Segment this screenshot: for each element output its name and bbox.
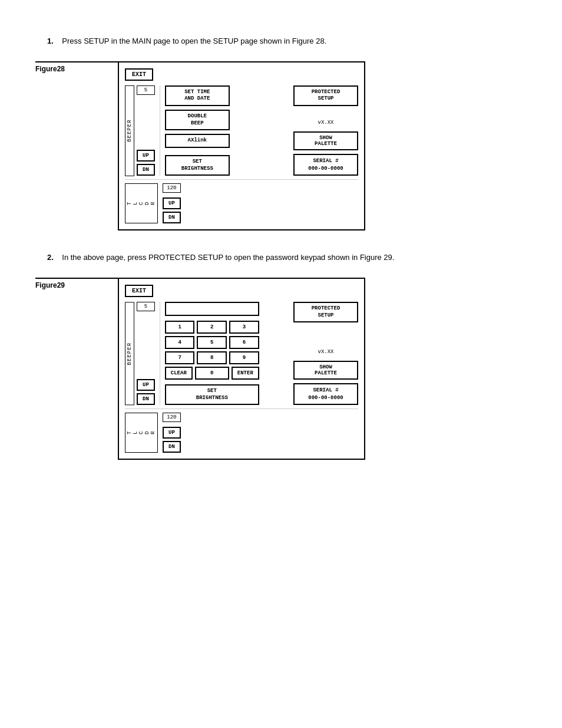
timer-num-29: 120 xyxy=(163,413,181,422)
timer-dn-btn-29[interactable]: DN xyxy=(163,441,181,453)
exit-button[interactable]: EXIT xyxy=(125,68,153,81)
key-4[interactable]: 4 xyxy=(165,336,195,349)
beeper-num-29: 5 xyxy=(137,302,155,311)
step-1-num: 1. xyxy=(47,37,54,45)
key-1[interactable]: 1 xyxy=(165,321,195,334)
key-3[interactable]: 3 xyxy=(229,321,259,334)
keypad-row-3: 7 8 9 xyxy=(165,351,259,364)
step-2-text: In the above page, press PROTECTED SETUP… xyxy=(62,253,394,262)
axlink-btn[interactable]: AXlink xyxy=(165,134,230,148)
key-8[interactable]: 8 xyxy=(197,351,227,364)
key-5[interactable]: 5 xyxy=(197,336,227,349)
figure-29-panel: EXIT BEEPER 5 UP DN xyxy=(125,285,358,453)
step-2-num: 2. xyxy=(47,253,54,262)
beeper-dn-btn[interactable]: DN xyxy=(137,164,155,176)
version-label-28: vX.XX xyxy=(293,117,358,128)
key-7[interactable]: 7 xyxy=(165,351,195,364)
beeper-up-btn-29[interactable]: UP xyxy=(137,379,155,391)
keypad-row-1: 1 2 3 xyxy=(165,321,259,334)
show-palette-btn-29[interactable]: SHOWPALETTE xyxy=(293,361,358,380)
figure-29-box: EXIT BEEPER 5 UP DN xyxy=(118,278,365,460)
step-2: 2. In the above page, press PROTECTED SE… xyxy=(35,252,538,263)
set-brightness-btn-29[interactable]: SETBRIGHTNESS xyxy=(165,384,259,405)
version-label-29: vX.XX xyxy=(293,347,358,357)
beeper-num: 5 xyxy=(137,85,155,95)
keypad-row-2: 4 5 6 xyxy=(165,336,259,349)
key-2[interactable]: 2 xyxy=(197,321,227,334)
double-beep-btn[interactable]: DOUBLEBEEP xyxy=(165,110,230,130)
beeper-up-btn[interactable]: UP xyxy=(137,150,155,162)
timer-label-28: TLCDR xyxy=(125,183,158,223)
figure-29-label: Figure29 xyxy=(35,278,118,289)
show-palette-btn-28[interactable]: SHOWPALETTE xyxy=(293,131,358,150)
timer-num-28: 120 xyxy=(163,183,181,193)
set-brightness-btn-28[interactable]: SETBRIGHTNESS xyxy=(165,155,230,176)
keypad-display-29 xyxy=(165,302,259,316)
figure-29-row: Figure29 EXIT BEEPER 5 UP DN xyxy=(35,278,538,460)
figure-28-panel: EXIT BEEPER 5 UP DN SET TIMEAND DATE xyxy=(125,68,358,224)
keypad-row-4: CLEAR 0 ENTER xyxy=(165,367,259,380)
figure-28-box: EXIT BEEPER 5 UP DN SET TIMEAND DATE xyxy=(118,61,365,231)
key-6[interactable]: 6 xyxy=(229,336,259,349)
timer-up-btn-29[interactable]: UP xyxy=(163,427,181,439)
clear-btn[interactable]: CLEAR xyxy=(165,367,193,380)
figure-28-row: Figure28 EXIT BEEPER 5 UP DN xyxy=(35,61,538,231)
step-1: 1. Press SETUP in the MAIN page to open … xyxy=(35,35,538,47)
step-1-text: Press SETUP in the MAIN page to open the… xyxy=(62,37,326,45)
timer-label-29: TLCDR xyxy=(125,413,158,453)
timer-dn-btn-28[interactable]: DN xyxy=(163,212,181,223)
figure-28-label: Figure28 xyxy=(35,61,118,73)
key-9[interactable]: 9 xyxy=(229,351,259,364)
protected-setup-btn-28[interactable]: PROTECTEDSETUP xyxy=(293,85,358,106)
enter-btn[interactable]: ENTER xyxy=(232,367,259,380)
exit-button-29[interactable]: EXIT xyxy=(125,285,153,297)
beeper-label: BEEPER xyxy=(125,85,134,176)
serial-btn-29: SERIAL #000-00-0000 xyxy=(293,383,358,405)
serial-btn-28: SERIAL #000-00-0000 xyxy=(293,154,358,176)
timer-up-btn-28[interactable]: UP xyxy=(163,197,181,209)
beeper-label-29: BEEPER xyxy=(125,302,134,405)
set-time-date-btn[interactable]: SET TIMEAND DATE xyxy=(165,85,230,106)
key-0[interactable]: 0 xyxy=(195,367,229,380)
beeper-dn-btn-29[interactable]: DN xyxy=(137,393,155,405)
protected-setup-btn-29[interactable]: PROTECTEDSETUP xyxy=(293,302,358,322)
